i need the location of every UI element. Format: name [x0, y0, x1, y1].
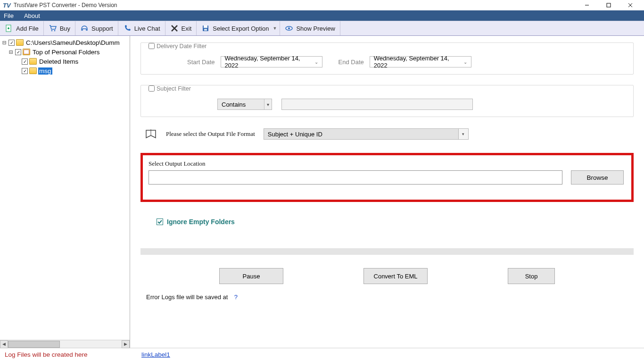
- scroll-left-button[interactable]: ◀: [0, 340, 8, 348]
- tree-root-label: C:\Users\Sameul\Desktop\Dumm: [25, 39, 121, 46]
- dropdown-caret-icon[interactable]: ⌄: [463, 59, 467, 65]
- svg-point-7: [51, 30, 52, 32]
- output-location-input[interactable]: [149, 170, 562, 185]
- output-format-row: Please select the Output File Format Sub…: [144, 127, 634, 141]
- tree-checkbox[interactable]: ✓: [22, 59, 28, 65]
- add-file-label: Add File: [16, 25, 39, 32]
- browse-button[interactable]: Browse: [571, 170, 624, 185]
- output-location-label: Select Output Location: [149, 160, 624, 168]
- output-format-dropdown-button[interactable]: ▾: [458, 128, 469, 140]
- start-date-label: Start Date: [187, 59, 215, 66]
- select-export-label: Select Export Option: [213, 25, 269, 32]
- buy-label: Buy: [60, 25, 70, 32]
- progress-bar: [140, 248, 634, 255]
- status-log-text: Log Files will be created here: [5, 351, 127, 358]
- ignore-empty-label: Ignore Empty Folders: [167, 218, 235, 226]
- action-buttons: Pause Convert To EML Stop: [140, 268, 634, 284]
- close-button[interactable]: [619, 0, 641, 10]
- convert-button[interactable]: Convert To EML: [363, 268, 428, 284]
- folder-tree-panel: ⊟ ✓ C:\Users\Sameul\Desktop\Dumm ⊟ ✓ Top…: [0, 36, 130, 348]
- subject-filter-checkbox[interactable]: [149, 85, 155, 92]
- support-button[interactable]: Support: [75, 21, 118, 35]
- save-icon: [201, 24, 210, 33]
- dropdown-caret-icon[interactable]: ⌄: [314, 59, 318, 65]
- output-location-section: Select Output Location Browse: [140, 153, 634, 202]
- output-format-select[interactable]: Subject + Unique ID: [264, 128, 459, 140]
- show-preview-button[interactable]: Show Preview: [280, 21, 340, 35]
- tree-checkbox[interactable]: ✓: [22, 68, 28, 74]
- output-format-label: Please select the Output File Format: [166, 130, 255, 138]
- exit-icon: [170, 24, 179, 33]
- start-date-value: Wednesday, September 14, 2022: [225, 55, 314, 69]
- phone-icon: [123, 24, 132, 33]
- ignore-empty-row: Ignore Empty Folders: [157, 218, 634, 226]
- add-file-button[interactable]: Add File: [0, 21, 44, 35]
- expand-toggle[interactable]: ⊟: [8, 48, 14, 56]
- folder-icon: [29, 58, 37, 65]
- subject-text-input[interactable]: [281, 99, 473, 110]
- subject-mode-value: Contains: [222, 101, 246, 108]
- delivery-date-checkbox[interactable]: [149, 43, 155, 49]
- titlebar: TV TrustVare PST Converter - Demo Versio…: [0, 0, 644, 10]
- support-label: Support: [91, 25, 113, 32]
- buy-button[interactable]: Buy: [44, 21, 75, 35]
- error-logs-label: Error Logs file will be saved at: [146, 294, 228, 301]
- maximize-button[interactable]: [598, 0, 619, 10]
- live-chat-button[interactable]: Live Chat: [118, 21, 165, 35]
- sidebar-hscrollbar[interactable]: ◀ ▶: [0, 340, 130, 348]
- subject-mode-select[interactable]: Contains ▾: [217, 99, 272, 110]
- scroll-thumb[interactable]: [8, 341, 60, 348]
- svg-rect-13: [204, 29, 207, 31]
- minimize-button[interactable]: [576, 0, 598, 10]
- end-date-picker[interactable]: Wednesday, September 14, 2022 ⌄: [370, 56, 471, 67]
- stop-button[interactable]: Stop: [508, 268, 555, 284]
- svg-rect-12: [204, 25, 207, 28]
- tree-checkbox[interactable]: ✓: [8, 40, 15, 46]
- scroll-right-button[interactable]: ▶: [122, 340, 130, 348]
- end-date-label: End Date: [339, 59, 364, 66]
- scroll-track[interactable]: [8, 340, 122, 348]
- tree-top-label: Top of Personal Folders: [32, 49, 101, 56]
- svg-point-8: [54, 30, 55, 32]
- format-icon: [144, 127, 157, 141]
- error-logs-link[interactable]: ?: [234, 294, 238, 301]
- menu-file[interactable]: File: [4, 12, 14, 19]
- tree-top-folders[interactable]: ⊟ ✓ Top of Personal Folders: [1, 47, 129, 57]
- svg-point-15: [288, 27, 290, 29]
- content-panel: Delivery Date Filter Start Date Wednesda…: [130, 36, 644, 348]
- error-logs-line: Error Logs file will be saved at ?: [146, 294, 634, 301]
- tree-root[interactable]: ⊟ ✓ C:\Users\Sameul\Desktop\Dumm: [1, 38, 129, 47]
- select-export-button[interactable]: Select Export Option ▼: [197, 21, 280, 35]
- tree-checkbox[interactable]: ✓: [15, 49, 21, 55]
- svg-rect-1: [607, 3, 611, 7]
- add-file-icon: [5, 24, 13, 33]
- cart-icon: [49, 24, 57, 33]
- export-caret-icon: ▼: [272, 26, 277, 31]
- menubar: File About: [0, 10, 644, 21]
- delivery-date-legend: Delivery Date Filter: [157, 43, 206, 50]
- folder-icon: [16, 39, 24, 46]
- start-date-picker[interactable]: Wednesday, September 14, 2022 ⌄: [221, 56, 322, 67]
- exit-label: Exit: [182, 25, 192, 32]
- headset-icon: [80, 24, 89, 33]
- stop-label: Stop: [525, 273, 538, 280]
- app-title: TrustVare PST Converter - Demo Version: [14, 2, 117, 8]
- status-link[interactable]: linkLabel1: [141, 351, 170, 358]
- calendar-folder-icon: [23, 49, 30, 55]
- pause-button[interactable]: Pause: [219, 268, 283, 284]
- statusbar: Log Files will be created here linkLabel…: [0, 348, 644, 361]
- expand-toggle[interactable]: ⊟: [1, 39, 8, 46]
- eye-icon: [285, 24, 293, 33]
- browse-label: Browse: [586, 174, 608, 181]
- ignore-empty-checkbox[interactable]: [157, 218, 163, 225]
- app-logo: TV: [3, 2, 11, 9]
- tree-deleted-items[interactable]: ✓ Deleted Items: [1, 57, 129, 66]
- tree-msg[interactable]: ✓ msg: [1, 66, 129, 76]
- dropdown-caret-icon[interactable]: ▾: [264, 99, 272, 109]
- output-format-value: Subject + Unique ID: [268, 131, 322, 138]
- show-preview-label: Show Preview: [296, 25, 335, 32]
- end-date-value: Wednesday, September 14, 2022: [374, 55, 463, 69]
- exit-button[interactable]: Exit: [165, 21, 197, 35]
- tree-deleted-label: Deleted Items: [38, 58, 79, 65]
- menu-about[interactable]: About: [24, 12, 40, 19]
